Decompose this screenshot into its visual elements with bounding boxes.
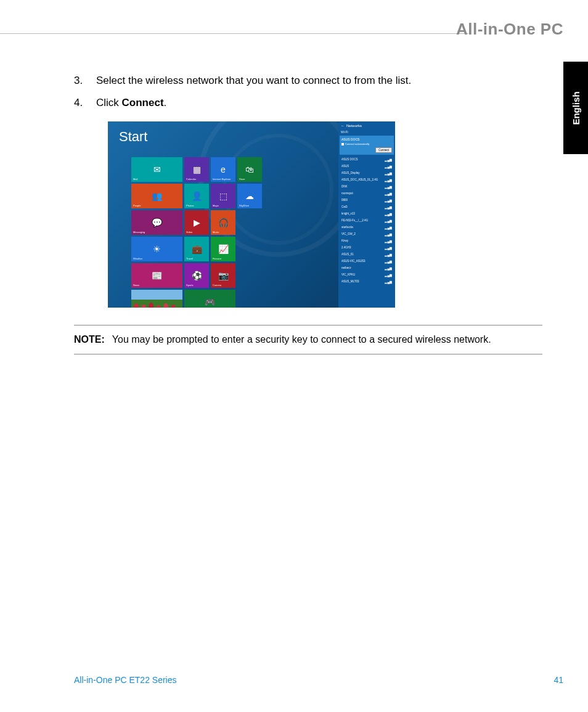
connect-auto-label: Connect automatically	[345, 142, 369, 145]
network-list: ASUS DOCS▂▄▆ASUS▂▄▆ASUS_Display▂▄▆ASUS_D…	[341, 156, 393, 285]
tile-row: ☀Weather💼Travel📈Finance	[131, 237, 335, 261]
start-tile[interactable]: ▶Video	[184, 210, 209, 235]
wifi-signal-icon: ▂▄▆	[385, 205, 392, 209]
start-tile[interactable]: ✉Mail	[131, 157, 182, 182]
network-name: DNK	[341, 185, 348, 188]
start-tile[interactable]: 🎮Xbox LIVE Games	[184, 290, 235, 308]
tile-label: Store	[239, 178, 245, 181]
tile-label: Photos	[186, 204, 194, 207]
tile-label: Calendar	[186, 178, 196, 181]
network-item[interactable]: ASUS DOCS▂▄▆	[341, 156, 393, 163]
network-item[interactable]: roomspot▂▄▆	[341, 190, 393, 197]
network-item[interactable]: Kirwy▂▄▆	[341, 237, 393, 244]
network-name: knight_v13	[341, 212, 355, 215]
network-name: ASUS_01	[341, 253, 354, 256]
network-item[interactable]: DNK▂▄▆	[341, 183, 393, 190]
network-item[interactable]: ASUS_01▂▄▆	[341, 251, 393, 258]
tile-label: Weather	[133, 257, 142, 260]
step-bold: Connect	[122, 97, 164, 108]
connect-button[interactable]: Connect	[375, 147, 392, 153]
tile-icon: 🛍	[245, 165, 254, 174]
network-item[interactable]: VIC_KPKU▂▄▆	[341, 271, 393, 278]
wifi-signal-icon: ▂▄▆	[385, 158, 392, 162]
wifi-signal-icon: ▂▄▆	[385, 273, 392, 277]
tile-row: 👥People👤Photos⬚Maps☁SkyDrive	[131, 184, 335, 208]
page-footer: All-in-One PC ET22 Series 41	[74, 675, 563, 685]
networks-heading: ← Networks	[341, 124, 393, 128]
tile-icon: 👤	[192, 192, 202, 200]
network-item[interactable]: starbucks▂▄▆	[341, 224, 393, 231]
step-prefix: Click	[96, 97, 122, 108]
instruction-step-4: 4. Click Connect.	[74, 95, 542, 111]
network-item[interactable]: Cat3▂▄▆	[341, 203, 393, 210]
network-name: 0800	[341, 198, 348, 202]
tile-row: 🎮Xbox LIVE Games	[131, 290, 335, 308]
start-tile[interactable]: 📈Finance	[211, 237, 235, 261]
instruction-step-3: 3. Select the wireless network that you …	[74, 73, 542, 89]
network-item[interactable]: VIC_GW_2▂▄▆	[341, 231, 393, 237]
tile-label: Video	[186, 231, 192, 234]
checkbox-icon[interactable]	[341, 143, 344, 145]
start-tile[interactable]: 🛍Store	[237, 157, 262, 182]
tile-icon: 📈	[218, 245, 229, 253]
wifi-signal-icon: ▂▄▆	[385, 212, 392, 216]
note-label: NOTE:	[74, 334, 105, 345]
wifi-signal-icon: ▂▄▆	[385, 226, 392, 229]
step-text: Select the wireless network that you wan…	[96, 73, 411, 89]
tile-icon: ▦	[193, 165, 201, 174]
wifi-signal-icon: ▂▄▆	[385, 266, 392, 270]
start-label: Start	[119, 129, 147, 145]
language-tab-label: English	[571, 91, 581, 125]
footer-series: All-in-One PC ET22 Series	[74, 675, 177, 685]
wifi-signal-icon: ▂▄▆	[385, 165, 392, 168]
start-tile[interactable]: ☀Weather	[131, 237, 182, 261]
network-name: ASUS_Display	[341, 171, 360, 174]
networks-heading-text: Networks	[346, 124, 362, 128]
back-arrow-icon[interactable]: ←	[341, 124, 345, 128]
start-tiles: ✉Mail▦CalendareInternet Explorer🛍Store 👥…	[131, 157, 335, 308]
network-item[interactable]: netbecz▂▄▆	[341, 264, 393, 271]
start-tile[interactable]: ☁SkyDrive	[237, 184, 262, 208]
network-item[interactable]: ASUS_Display▂▄▆	[341, 170, 393, 176]
connect-auto-checkbox[interactable]: Connect automatically	[341, 142, 392, 145]
start-tile[interactable]: 👤Photos	[184, 184, 209, 208]
network-item[interactable]: 2.4GH3▂▄▆	[341, 244, 393, 251]
start-tile[interactable]	[131, 290, 182, 308]
network-item[interactable]: 0800▂▄▆	[341, 197, 393, 203]
network-item[interactable]: ASUS▂▄▆	[341, 163, 393, 170]
start-tile[interactable]: 💼Travel	[184, 237, 209, 261]
start-tile[interactable]: ⚽Sports	[184, 263, 209, 288]
wifi-signal-icon: ▂▄▆	[385, 198, 392, 202]
note-text: You may be prompted to enter a security …	[112, 334, 491, 345]
start-tile[interactable]: 🎧Music	[211, 210, 235, 235]
language-tab[interactable]: English	[563, 62, 588, 154]
network-item[interactable]: ASUS_MLT03▂▄▆	[341, 278, 393, 285]
wifi-signal-icon: ▂▄▆	[385, 246, 392, 250]
tile-label: Mail	[133, 178, 137, 181]
tile-icon: 👥	[152, 192, 162, 200]
step-number: 3.	[74, 73, 96, 89]
start-tile[interactable]: ⬚Maps	[211, 184, 235, 208]
tile-label: Messaging	[133, 231, 145, 234]
start-tile[interactable]: 📷Camera	[211, 263, 235, 288]
network-item[interactable]: ASUS-VIC_ASUS3▂▄▆	[341, 258, 393, 264]
wifi-signal-icon: ▂▄▆	[385, 232, 392, 236]
network-name: roomspot	[341, 192, 353, 195]
wifi-signal-icon: ▂▄▆	[385, 178, 392, 182]
start-tile[interactable]: 👥People	[131, 184, 182, 208]
tile-icon: 💼	[192, 245, 202, 253]
content-area: 3. Select the wireless network that you …	[74, 73, 542, 354]
tile-icon: e	[221, 165, 226, 174]
start-tile[interactable]: 📰News	[131, 263, 182, 288]
network-item[interactable]: ASUS_DOC_ASUS_01_2.4G▂▄▆	[341, 176, 393, 183]
network-item[interactable]: knight_v13▂▄▆	[341, 210, 393, 217]
networks-panel[interactable]: ← Networks Wi-Fi ASUS DOCS Connect autom…	[338, 121, 395, 308]
start-tile[interactable]: eInternet Explorer	[211, 157, 235, 182]
start-tile[interactable]: ▦Calendar	[184, 157, 209, 182]
tile-label: Camera	[213, 284, 221, 287]
selected-network[interactable]: ASUS DOCS Connect automatically Connect	[340, 136, 394, 155]
network-item[interactable]: FE-N02-Fs__/__2.4G▂▄▆	[341, 217, 393, 224]
start-tile[interactable]: 💬Messaging	[131, 210, 182, 235]
tile-label: SkyDrive	[239, 204, 249, 207]
wifi-signal-icon: ▂▄▆	[385, 185, 392, 189]
